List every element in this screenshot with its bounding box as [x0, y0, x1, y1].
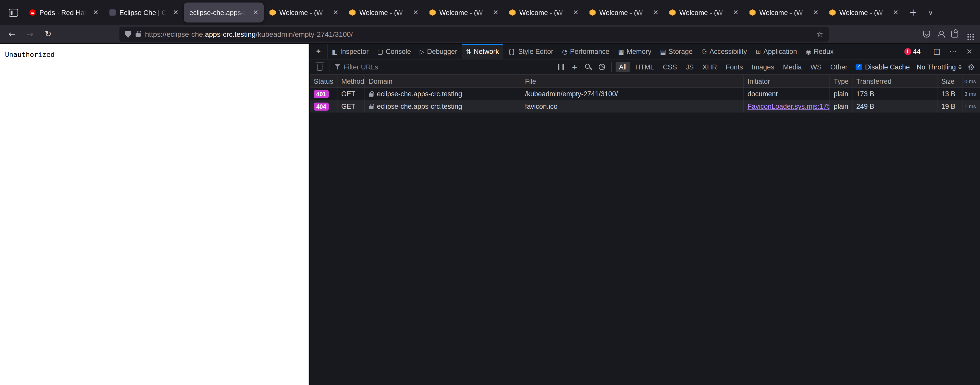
pick-element-button[interactable]: ⌖	[310, 44, 328, 59]
tracking-protection-shield-icon[interactable]	[125, 30, 131, 38]
request-file: favicon.ico	[521, 100, 744, 113]
filter-pill-js[interactable]: JS	[682, 62, 697, 72]
url-bar[interactable]: https://eclipse-che.apps-crc.testing/kub…	[119, 27, 829, 41]
tab-eclipse-che[interactable]: Eclipse Che | C ×	[104, 3, 184, 22]
url-host: apps-crc.testing	[205, 30, 256, 38]
clear-requests-button[interactable]	[312, 61, 326, 73]
request-row[interactable]: 401 GET eclipse-che.apps-crc.testing /ku…	[310, 88, 980, 100]
search-button[interactable]	[581, 61, 595, 73]
debugger-icon: ▷	[420, 48, 425, 55]
devtools-tab-memory[interactable]: ▦ Memory	[614, 44, 656, 59]
connection-lock-icon[interactable]	[135, 33, 141, 37]
pause-traffic-button[interactable]	[554, 61, 568, 73]
tab-title: Welcome - (W	[360, 9, 407, 16]
tab-close-icon[interactable]: ×	[651, 7, 660, 18]
tab-eclipse-che-apps-active[interactable]: eclipse-che.apps-crc.testing ×	[184, 3, 264, 22]
filter-pill-xhr[interactable]: XHR	[699, 62, 720, 72]
tab-welcome-5[interactable]: Welcome - (W ×	[584, 3, 663, 22]
tab-welcome-7[interactable]: Welcome - (W ×	[744, 3, 824, 22]
network-settings-gear-icon[interactable]: ⚙	[968, 62, 975, 72]
tab-title: Welcome - (W	[519, 9, 567, 16]
apps-grid-icon[interactable]	[967, 33, 969, 35]
column-header-transferred[interactable]: Transferred	[853, 75, 937, 87]
devtools-tab-inspector[interactable]: ◧ Inspector	[328, 44, 373, 59]
secure-lock-icon	[369, 105, 374, 109]
column-header-status[interactable]: Status	[310, 75, 338, 87]
devtools-panel: ⌖ ◧ Inspector ▢ Console ▷ Debugger ⇅ Net…	[310, 44, 980, 385]
devtools-tab-redux[interactable]: ◉ Redux	[801, 44, 838, 59]
filter-urls-input[interactable]	[344, 63, 431, 70]
devtools-tab-debugger[interactable]: ▷ Debugger	[415, 44, 461, 59]
devtools-tab-console[interactable]: ▢ Console	[373, 44, 415, 59]
column-header-waterfall[interactable]: 0 ms	[963, 75, 980, 87]
save-to-pocket-icon[interactable]	[923, 31, 930, 38]
devtools-close-icon[interactable]: ×	[964, 45, 975, 57]
filter-pill-other[interactable]: Other	[827, 62, 851, 72]
bookmark-star-icon[interactable]: ☆	[816, 30, 823, 38]
devtools-tab-application[interactable]: ⊞ Application	[751, 44, 801, 59]
har-import-button[interactable]: +	[568, 61, 581, 73]
tab-close-icon[interactable]: ×	[731, 7, 741, 18]
request-method: GET	[337, 100, 365, 113]
tab-close-icon[interactable]: ×	[811, 7, 821, 18]
tab-close-icon[interactable]: ×	[91, 7, 100, 18]
column-header-size[interactable]: Size	[937, 75, 963, 87]
filter-pill-all[interactable]: All	[616, 62, 630, 72]
tab-welcome-6[interactable]: Welcome - (W ×	[664, 3, 744, 22]
devtools-menu-icon[interactable]: ⋯	[948, 45, 959, 57]
column-header-domain[interactable]: Domain	[365, 75, 521, 87]
filter-pill-images[interactable]: Images	[749, 62, 777, 72]
tab-pods-red-hat[interactable]: Pods · Red Hat ×	[24, 3, 103, 22]
url-text[interactable]: https://eclipse-che.apps-crc.testing/kub…	[145, 30, 812, 38]
error-count-badge[interactable]: ! 44	[904, 48, 921, 55]
tab-close-icon[interactable]: ×	[891, 7, 900, 18]
disable-cache-label[interactable]: Disable Cache	[865, 63, 910, 70]
column-header-file[interactable]: File	[521, 75, 744, 87]
column-header-type[interactable]: Type	[830, 75, 853, 87]
tab-welcome-4[interactable]: Welcome - (W ×	[504, 3, 584, 22]
new-tab-button[interactable]: +	[905, 4, 921, 21]
tab-close-icon[interactable]: ×	[410, 7, 421, 18]
tab-welcome-2[interactable]: Welcome - (W ×	[344, 3, 424, 22]
block-icon	[599, 64, 605, 70]
tab-close-icon[interactable]: ×	[171, 7, 181, 18]
tab-title: Welcome - (W	[600, 9, 647, 16]
che-favicon	[670, 10, 676, 16]
tab-close-icon[interactable]: ×	[251, 7, 261, 18]
initiator-link[interactable]: FaviconLoader.sys.mjs:175	[748, 103, 830, 110]
filter-pill-media[interactable]: Media	[780, 62, 805, 72]
column-header-initiator[interactable]: Initiator	[744, 75, 830, 87]
account-icon[interactable]	[937, 31, 944, 38]
devtools-tab-style-editor[interactable]: {} Style Editor	[503, 44, 558, 59]
filter-urls-box[interactable]	[332, 63, 438, 70]
devtools-tab-accessibility[interactable]: ⚇ Accessibility	[697, 44, 751, 59]
filter-pill-ws[interactable]: WS	[808, 62, 825, 72]
back-button[interactable]: ←	[4, 27, 20, 41]
firefox-view-button[interactable]	[4, 3, 22, 22]
dock-side-icon[interactable]: ◫	[931, 45, 942, 57]
tab-close-icon[interactable]: ×	[331, 7, 341, 18]
tab-welcome-1[interactable]: Welcome - (W ×	[264, 3, 344, 22]
filter-pill-fonts[interactable]: Fonts	[723, 62, 746, 72]
reload-button[interactable]: ↻	[40, 27, 56, 41]
devtools-tab-network[interactable]: ⇅ Network	[462, 44, 503, 59]
filter-pill-html[interactable]: HTML	[632, 62, 657, 72]
devtools-tab-performance[interactable]: ◔ Performance	[558, 44, 614, 59]
tab-welcome-8[interactable]: Welcome - (W ×	[824, 3, 904, 22]
disable-cache-checkbox[interactable]: ✓	[856, 64, 862, 70]
che-favicon	[349, 10, 355, 16]
devtools-tab-storage[interactable]: ▤ Storage	[655, 44, 697, 59]
column-header-method[interactable]: Method	[337, 75, 365, 87]
extensions-icon[interactable]	[951, 31, 958, 38]
tab-welcome-3[interactable]: Welcome - (W ×	[424, 3, 504, 22]
tab-close-icon[interactable]: ×	[571, 7, 581, 18]
throttling-select[interactable]: No Throttling	[917, 63, 962, 70]
accessibility-icon: ⚇	[701, 48, 707, 55]
forward-button[interactable]: →	[22, 27, 38, 41]
tab-close-icon[interactable]: ×	[490, 7, 501, 18]
error-count: 44	[913, 48, 921, 55]
tab-overflow-chevron-icon[interactable]: ∨	[923, 4, 939, 21]
filter-pill-css[interactable]: CSS	[660, 62, 680, 72]
block-requests-button[interactable]	[595, 61, 609, 73]
request-row[interactable]: 404 GET eclipse-che.apps-crc.testing fav…	[310, 100, 980, 113]
